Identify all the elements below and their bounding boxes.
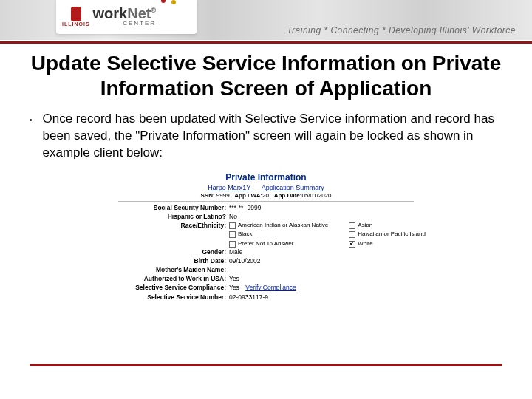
slide-title: Update Selective Service Information on … — [0, 44, 532, 105]
cb-white[interactable]: ✔White — [349, 240, 426, 248]
logo-wordmark: workNet® — [93, 6, 157, 21]
label-ss-number: Selective Service Number: — [118, 293, 229, 301]
value-compliance: Yes Verify Compliance — [229, 284, 414, 292]
cb-aian[interactable]: American Indian or Alaskan Native — [229, 222, 328, 229]
value-auth: Yes — [229, 275, 414, 283]
panel-heading: Private Information — [118, 172, 414, 183]
label-ssn: Social Security Number: — [118, 204, 229, 212]
logo-state: ILLINOIS — [62, 7, 90, 27]
header-tagline: Training * Connecting * Developing Illin… — [287, 25, 516, 35]
value-ss-number: 02-0933117-9 — [229, 293, 414, 301]
race-checkboxes: American Indian or Alaskan Native Black … — [229, 222, 426, 248]
label-maiden: Mother's Maiden Name: — [118, 266, 229, 274]
label-gender: Gender: — [118, 248, 229, 256]
screenshot-panel: Private Information Harpo Marx1Y Applica… — [118, 172, 414, 301]
label-compliance: Selective Service Compliance: — [118, 284, 229, 292]
cb-asian[interactable]: Asian — [349, 222, 426, 229]
footer-rule — [30, 364, 502, 366]
label-hispanic: Hispanic or Latino? — [118, 213, 229, 221]
value-gender: Male — [229, 248, 414, 256]
bullet-item: • Once record has been updated with Sele… — [0, 105, 532, 165]
panel-links: Harpo Marx1Y Application Summary — [118, 184, 414, 191]
logo: ILLINOIS workNet® CENTER — [56, 0, 197, 34]
logo-dots — [161, 0, 177, 4]
link-app-summary[interactable]: Application Summary — [257, 184, 329, 191]
cb-black[interactable]: Black — [229, 231, 328, 238]
label-auth: Authorized to Work in USA: — [118, 275, 229, 283]
label-birth: Birth Date: — [118, 257, 229, 265]
label-race: Race/Ethnicity: — [118, 222, 229, 230]
value-ssn: ***-**- 9999 — [229, 204, 414, 212]
cb-hpi[interactable]: Hawaiian or Pacific Island — [349, 231, 426, 238]
link-client-name[interactable]: Harpo Marx1Y — [203, 184, 255, 191]
slide-header: ILLINOIS workNet® CENTER Training * Conn… — [0, 0, 532, 40]
value-hispanic: No — [229, 213, 414, 221]
value-birth: 09/10/2002 — [229, 257, 414, 265]
logo-subtext: CENTER — [93, 21, 157, 27]
bullet-dot: • — [30, 115, 33, 162]
cb-pna[interactable]: Prefer Not To Answer — [229, 240, 328, 248]
link-verify-compliance[interactable]: Verify Compliance — [241, 284, 296, 291]
panel-summary-line: SSN: 9999 App LWA:20 App Date:05/01/2020 — [118, 192, 414, 199]
bullet-text: Once record has been updated with Select… — [43, 111, 502, 162]
